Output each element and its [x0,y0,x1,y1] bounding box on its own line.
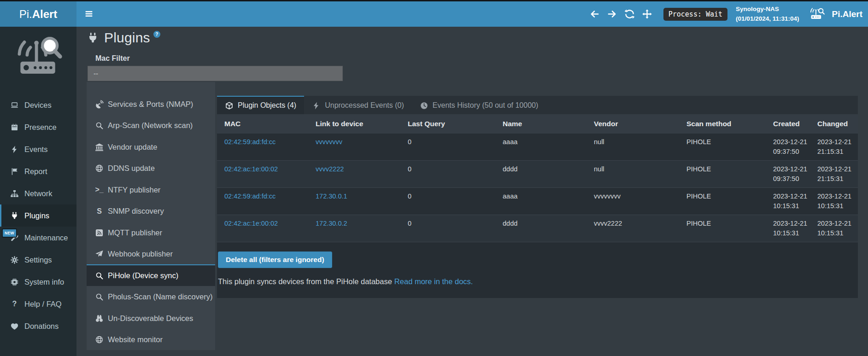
paper-plane-icon [95,250,104,258]
cell-changed: 2023-12-21 10:15:31 [813,188,858,215]
mac-link[interactable]: 02:42:ac:1e:00:02 [224,220,278,227]
sidebar-item-help-faq[interactable]: ?Help / FAQ [0,293,76,315]
sitemap-icon [10,189,19,198]
app-logo[interactable]: Pi.Alert [0,1,76,27]
sidebar-toggle-icon[interactable] [84,9,94,19]
bolt-icon [10,145,19,154]
mac-link[interactable]: 02:42:59:ad:fd:cc [224,138,276,146]
plugin-nav-item-pihole-device-sync[interactable]: PiHole (Device sync) [87,264,215,286]
cell-created: 2023-12-21 09:37:50 [768,161,813,188]
chip-icon [10,278,19,286]
column-header-changed: Changed [813,114,858,134]
tab-unprocessed-events-0[interactable]: Unprocessed Events (0) [304,96,412,114]
plugin-nav-item-ntfy-publisher[interactable]: >_NTFY publisher [87,179,215,200]
column-header-name: Name [498,114,589,134]
plugin-nav-item-pholus-scan-name-discovery[interactable]: Pholus-Scan (Name discovery) [87,286,215,308]
column-header-created: Created [768,114,813,134]
cell-vendor: vvvv2222 [589,215,682,242]
plugin-nav-label: Pholus-Scan (Name discovery) [108,292,212,301]
column-header-mac: MAC [217,114,311,134]
search-icon [95,121,104,130]
top-navbar: Pi.Alert Process: Wait Synology-NAS (01/… [0,0,868,27]
cell-scan_method: PIHOLE [682,188,768,215]
sidebar-item-devices[interactable]: Devices [0,94,76,116]
tab-bar: Plugin Objects (4)Unprocessed Events (0)… [217,96,858,114]
gear-icon [10,256,19,264]
table-body: 02:42:59:ad:fd:ccvvvvvvvv0aaaanullPIHOLE… [217,134,858,242]
cube-icon [225,101,234,110]
delete-all-button[interactable]: Delete all (filters are ignored) [218,251,332,268]
search-icon [95,271,104,280]
mac-link[interactable]: 02:42:59:ad:fd:cc [224,193,276,200]
plugin-nav-label: SNMP discovery [108,207,164,216]
help-badge-icon[interactable]: ? [153,31,160,38]
plugin-nav-item-mqtt-publisher[interactable]: MQTT publisher [87,222,215,243]
sidebar-item-plugins[interactable]: Plugins [0,204,76,227]
sidebar-item-donations[interactable]: Donations [0,315,76,337]
sidebar-item-label: System info [24,278,64,286]
sidebar-item-system-info[interactable]: System info [0,271,76,293]
tab-content: MACLink to deviceLast QueryNameVendorSca… [217,114,858,298]
table-header-row: MACLink to deviceLast QueryNameVendorSca… [217,114,858,134]
plugin-nav-label: Vendor update [108,143,157,152]
sidebar-item-events[interactable]: Events [0,138,76,160]
link-link[interactable]: 172.30.0.2 [316,220,347,227]
sidebar-item-settings[interactable]: Settings [0,249,76,271]
app-logo-pre: Pi. [19,8,32,20]
pialert-logo-art [12,33,65,83]
docs-link[interactable]: Read more in the docs. [394,277,473,286]
page-title: Plugins [104,31,150,45]
plugin-description-text: This plugin syncs devices from the PiHol… [218,277,392,286]
link-link[interactable]: vvvvvvvv [316,138,342,146]
column-header-last-query: Last Query [403,114,498,134]
bank-icon [95,143,104,152]
plugin-nav-item-website-monitor[interactable]: Website monitor [87,329,215,350]
plugin-nav-label: Website monitor [108,335,163,344]
tab-label: Events History (50 out of 10000) [433,101,538,110]
mac-filter-input[interactable] [88,66,343,81]
plugin-nav-label: Webhook publisher [108,250,173,258]
plugin-nav-label: MQTT publisher [108,228,162,237]
plugin-nav-panel: Services & Ports (NMAP)Arp-Scan (Network… [87,82,215,350]
mac-link[interactable]: 02:42:ac:1e:00:02 [224,165,278,173]
plugin-nav-item-snmp-discovery[interactable]: SSNMP discovery [87,200,215,222]
tab-events-history-50-out-of-10000[interactable]: Events History (50 out of 10000) [412,96,546,114]
plugin-nav-label: NTFY publisher [108,186,160,194]
sidebar-item-label: Help / FAQ [24,300,62,309]
plugin-nav-item-services-ports-nmap[interactable]: Services & Ports (NMAP) [87,93,215,115]
table-row: 02:42:59:ad:fd:ccvvvvvvvv0aaaanullPIHOLE… [217,134,858,161]
cell-mac: 02:42:59:ad:fd:cc [217,188,311,215]
plugin-nav-item-vendor-update[interactable]: Vendor update [87,136,215,158]
cell-scan_method: PIHOLE [682,161,768,188]
cell-name: aaaa [498,188,589,215]
cell-name: aaaa [498,134,589,161]
sidebar-item-label: Events [24,145,47,154]
terminal-icon: >_ [95,186,104,194]
arrow-right-icon[interactable] [607,9,617,19]
cell-mac: 02:42:59:ad:fd:cc [217,134,311,161]
sidebar-item-network[interactable]: Network [0,182,76,204]
refresh-icon[interactable] [624,9,635,19]
move-icon[interactable] [642,9,652,19]
link-link[interactable]: vvvv2222 [316,165,344,173]
link-link[interactable]: 172.30.0.1 [316,193,347,200]
plugin-nav-item-un-discoverable-devices[interactable]: Un-Discoverable Devices [87,307,215,329]
plug-icon [87,32,99,44]
sidebar-item-label: Plugins [24,211,49,220]
globe-icon [95,164,104,173]
plugin-nav-item-webhook-publisher[interactable]: Webhook publisher [87,243,215,265]
plugin-nav-item-ddns-update[interactable]: DDNS update [87,158,215,179]
plugin-nav-label: PiHole (Device sync) [108,271,178,280]
plug-icon [10,211,19,220]
tab-plugin-objects-4[interactable]: Plugin Objects (4) [217,96,304,114]
arrow-left-icon[interactable] [589,9,600,19]
plugin-nav-item-arp-scan-network-scan[interactable]: Arp-Scan (Network scan) [87,115,215,136]
sidebar-item-report[interactable]: Report [0,160,76,182]
cell-created: 2023-12-21 10:15:31 [768,188,813,215]
host-name: Synology-NAS [736,5,799,14]
process-status-badge: Process: Wait [663,8,727,21]
host-info: Synology-NAS (01/01/2024, 11:31:04) [736,5,799,24]
cell-link: 172.30.0.1 [311,188,403,215]
sidebar-item-presence[interactable]: Presence [0,116,76,138]
cell-changed: 2023-12-21 10:15:31 [813,215,858,242]
